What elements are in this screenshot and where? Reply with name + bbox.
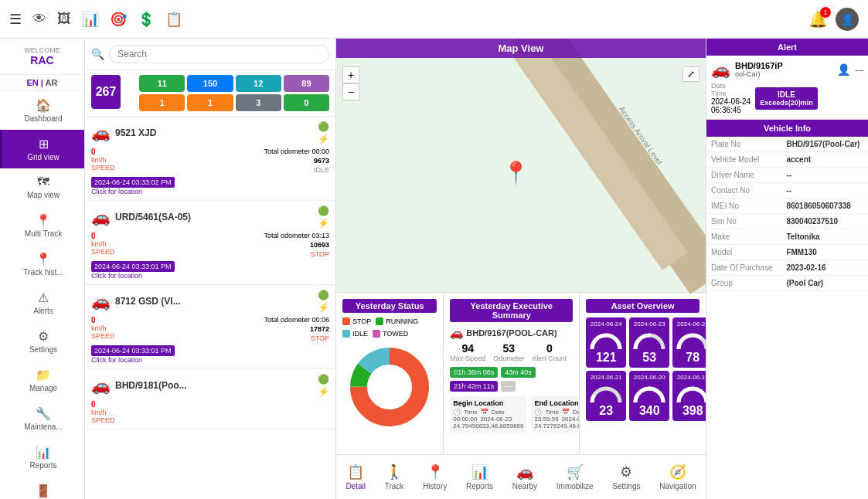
alert-vehicle-id: BHD/9167iP <box>735 61 783 70</box>
click-location[interactable]: Click for location <box>91 272 329 280</box>
alert-content: 🚗 BHD/9167iP ool-Car) 👤 — Date <box>706 56 868 119</box>
sidebar-item-gridview[interactable]: ⊞ Grid view <box>0 130 84 168</box>
dashboard-icon: 🏠 <box>36 98 51 113</box>
nav-nearby[interactable]: 🚗 Nearby <box>506 460 543 494</box>
nav-history[interactable]: 📍 History <box>417 460 453 494</box>
click-location[interactable]: Click for location <box>91 356 329 364</box>
vehicle-card[interactable]: 🚗 BHD/9181(Poo... 🟢 ⚡ 0 km/h <box>85 369 335 429</box>
nav-detail[interactable]: 📋 Detail <box>339 460 372 494</box>
count-r2-1[interactable]: 1 <box>139 94 185 111</box>
count-r2-3[interactable]: 3 <box>236 94 281 111</box>
sidebar-item-settings[interactable]: ⚙ Settings <box>0 322 84 361</box>
sidebar-item-manage[interactable]: 📁 Manage <box>0 361 84 399</box>
map-expand-button[interactable]: ⤢ <box>682 66 700 82</box>
vehicle-action-icon[interactable]: 🟢 <box>318 205 329 216</box>
info-row-modelnum: Model FMM130 <box>706 245 868 260</box>
badge-running: 43m 40s <box>501 367 536 378</box>
count-blue[interactable]: 150 <box>187 75 233 92</box>
lang-en[interactable]: EN <box>27 78 39 87</box>
grid-icon: ⊞ <box>39 137 49 151</box>
alerts-icon: ⚠ <box>38 290 49 305</box>
chart-icon[interactable]: 📊 <box>82 11 99 28</box>
sidebar-item-label: Grid view <box>27 153 60 161</box>
info-row-group: Group (Pool Car) <box>706 276 868 291</box>
vehicle-warn-icon[interactable]: ⚡ <box>318 302 329 313</box>
count-r2-2[interactable]: 1 <box>187 94 233 111</box>
sidebar-item-mapview[interactable]: 🗺 Map view <box>0 168 84 206</box>
nav-settings-label: Settings <box>612 482 640 491</box>
zoom-in-button[interactable]: + <box>342 66 359 83</box>
alert-panel: Alert 🚗 BHD/9167iP ool-Car) 👤 — <box>706 39 868 120</box>
vehicle-card[interactable]: 🚗 URD/5461(SA-05) 🟢 ⚡ 0 km/h <box>85 201 335 285</box>
info-value-purchase: 2023-02-16 <box>783 260 868 276</box>
vehicle-card[interactable]: 🚗 8712 GSD (VI... 🟢 ⚡ 0 km/h <box>85 285 335 369</box>
info-value-contact: -- <box>783 183 868 199</box>
lang-ar[interactable]: AR <box>46 78 58 87</box>
sidebar-item-dashboard[interactable]: 🏠 Dashboard <box>0 91 84 130</box>
count-r2-4[interactable]: 0 <box>284 94 329 111</box>
menu-icon[interactable]: ☰ <box>9 11 22 28</box>
target-icon[interactable]: 🎯 <box>110 11 127 28</box>
end-time-value: 23:59:59 <box>534 416 558 423</box>
nav-nearby-label: Nearby <box>512 482 537 491</box>
docs-icon[interactable]: 📋 <box>165 11 182 28</box>
alert-dash: — <box>855 65 863 74</box>
vehicle-warn-icon[interactable]: ⚡ <box>318 218 329 229</box>
vehicle-info-table: Plate No BHD/9167(Pool-Car) Vehicle Mode… <box>706 137 868 291</box>
asset-card: 2024-06-19 398 <box>672 371 706 421</box>
asset-card: 2024-06-22 78 <box>672 317 706 368</box>
asset-overview-title: Asset Overview <box>586 299 700 313</box>
vehicle-card[interactable]: 🚗 9521 XJD 🟢 ⚡ 0 km/h <box>85 117 335 201</box>
asset-value: 340 <box>632 404 666 418</box>
vehicle-panel: 🔍 267 11 150 12 89 1 1 3 0 <box>85 39 336 499</box>
notifications-button[interactable]: 🔔 1 <box>808 10 828 29</box>
image-icon[interactable]: 🖼 <box>57 11 71 27</box>
odometer-stat: 53 Odometer <box>493 342 524 362</box>
info-label-purchase: Date Of Purchase <box>706 260 783 276</box>
sidebar-item-alerts[interactable]: ⚠ Alerts <box>0 283 84 322</box>
vehicle-action-icon[interactable]: 🟢 <box>318 121 329 132</box>
sidebar-item-trackhist[interactable]: 📍 Track hist... <box>0 245 84 283</box>
nav-immobilize[interactable]: 🛒 Immobilize <box>550 460 600 494</box>
dollar-icon[interactable]: 💲 <box>138 11 155 28</box>
vehicle-warn-icon[interactable]: ⚡ <box>318 134 329 144</box>
vehicle-warn-icon[interactable]: ⚡ <box>318 386 329 397</box>
click-location[interactable]: Click for location <box>91 188 329 195</box>
info-row-plate: Plate No BHD/9167(Pool-Car) <box>706 137 868 152</box>
max-speed-label: Max-Speed <box>450 355 485 362</box>
sidebar-item-logout[interactable]: 🚪 Log out <box>0 477 84 499</box>
begin-time-value: 00:00:00 <box>453 416 477 423</box>
legend-idle-label: IDLE <box>352 330 368 338</box>
total-count[interactable]: 267 <box>91 75 121 109</box>
nav-reports[interactable]: 📊 Reports <box>460 460 499 494</box>
begin-location-title: Begin Location <box>453 399 523 407</box>
nav-track[interactable]: 🚶 Track <box>379 460 410 494</box>
sidebar-item-multitrack[interactable]: 📍 Multi Track <box>0 206 84 245</box>
info-row-model: Vehicle Model accent <box>706 152 868 168</box>
count-purple[interactable]: 89 <box>284 75 329 92</box>
sidebar-item-maintenance[interactable]: 🔧 Maintena... <box>0 399 84 438</box>
zoom-out-button[interactable]: − <box>342 83 359 100</box>
eye-icon[interactable]: 👁 <box>32 11 46 27</box>
sidebar-item-reports[interactable]: 📊 Reports <box>0 438 84 477</box>
exec-summary-panel: Yesterday Executive Summary 🚗 BHD/9167(P… <box>444 293 580 454</box>
speed-label: SPEED <box>91 164 115 171</box>
vehicle-status: IDLE <box>314 166 329 174</box>
avatar[interactable]: 👤 <box>836 8 859 31</box>
asset-date: 2024-06-23 <box>632 321 666 328</box>
search-input[interactable] <box>109 45 329 63</box>
notification-count: 1 <box>820 7 831 18</box>
begin-date-label: Date <box>492 409 505 416</box>
vehicle-action-icon[interactable]: 🟢 <box>318 374 329 385</box>
odo-time: 03:13 <box>311 232 329 239</box>
count-teal[interactable]: 12 <box>236 75 281 92</box>
vehicle-action-icon[interactable]: 🟢 <box>318 290 329 300</box>
nav-navigation[interactable]: 🧭 Navigation <box>653 460 702 494</box>
asset-date: 2024-06-20 <box>632 374 666 381</box>
nav-settings[interactable]: ⚙ Settings <box>606 460 646 494</box>
language-selector[interactable]: EN | AR <box>0 75 84 91</box>
asset-value: 398 <box>676 404 706 418</box>
expand-icon[interactable]: ⤢ <box>682 66 700 82</box>
history-icon: 📍 <box>427 463 444 480</box>
count-green[interactable]: 11 <box>139 75 185 92</box>
